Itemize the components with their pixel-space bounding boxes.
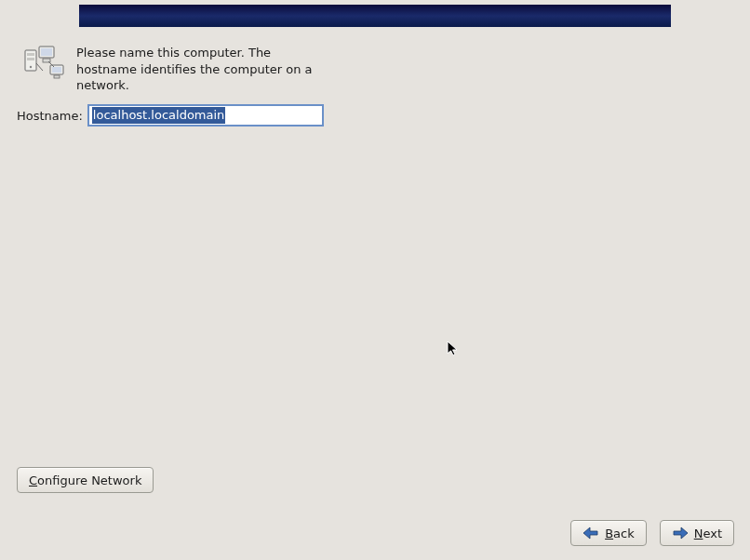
svg-rect-5 [41, 48, 52, 56]
hostname-row: Hostname: localhost.localdomain [17, 105, 323, 126]
svg-rect-8 [52, 67, 61, 73]
hostname-input[interactable] [88, 105, 323, 126]
navigation-bar: Back Next [570, 520, 734, 546]
intro-section: Please name this computer. The hostname … [24, 45, 318, 94]
configure-network-button[interactable]: Configure Network [17, 467, 154, 493]
svg-point-3 [30, 66, 32, 68]
next-button[interactable]: Next [660, 520, 734, 546]
svg-rect-9 [54, 75, 60, 78]
svg-rect-2 [27, 58, 34, 60]
arrow-right-icon [672, 527, 689, 540]
mouse-cursor-icon [447, 340, 460, 357]
header-banner [79, 5, 671, 27]
hostname-label: Hostname: [17, 109, 83, 123]
back-button[interactable]: Back [570, 520, 647, 546]
arrow-left-icon [583, 527, 599, 540]
svg-rect-1 [27, 53, 34, 56]
intro-text: Please name this computer. The hostname … [76, 45, 318, 94]
svg-line-10 [36, 63, 43, 71]
computer-network-icon [24, 45, 65, 82]
